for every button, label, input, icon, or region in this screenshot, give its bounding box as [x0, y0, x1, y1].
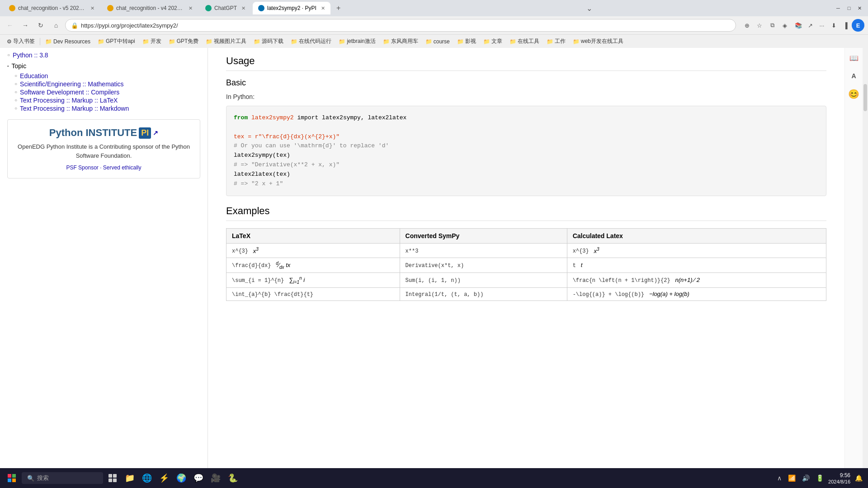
file-explorer-taskbar-icon[interactable]: 📁 — [122, 470, 137, 486]
dev-resources-folder-icon: 📁 — [45, 38, 52, 45]
network-icon[interactable]: 📶 — [786, 473, 797, 483]
profile-button[interactable]: E — [852, 19, 864, 32]
row2-calc-rendered: t — [581, 262, 583, 268]
tab-1-close[interactable]: ✕ — [90, 5, 94, 11]
back-button[interactable]: ← — [4, 19, 16, 32]
bookmark-jetbrains[interactable]: 📁 jetbrain激活 — [335, 37, 378, 46]
taskbar-search-bar[interactable]: 🔍 搜索 — [22, 472, 103, 484]
topic-math-link[interactable]: Scientific/Engineering :: Mathematics — [20, 80, 124, 88]
code-latex2sympy-call: latex2sympy(tex) — [234, 152, 290, 159]
bookmark-articles-label: 文章 — [491, 38, 502, 45]
edge-copilot-icon[interactable]: ◈ — [779, 20, 790, 31]
settings-more-icon[interactable]: ··· — [816, 20, 827, 31]
minimize-button[interactable]: ─ — [834, 4, 843, 13]
bookmark-separator-1 — [40, 38, 40, 45]
online-tools-folder-icon: 📁 — [509, 38, 516, 45]
task-view-button[interactable] — [105, 470, 120, 486]
bookmark-gpt-api[interactable]: 📁 GPT中转api — [94, 37, 138, 46]
col-latex-header: LaTeX — [226, 229, 400, 244]
bookmark-video-tools[interactable]: 📁 视频图片工具 — [203, 37, 250, 46]
tab-4-label: latex2sympy2 · PyPI — [267, 5, 316, 11]
close-button[interactable]: ✕ — [855, 4, 864, 13]
scrollbar-thumb[interactable] — [863, 84, 867, 111]
bookmarks-bar: ⚙ 导入书签 📁 Dev Resources 📁 GPT中转api 📁 开发 📁… — [0, 34, 868, 48]
tab-3-label: ChatGPT — [214, 5, 237, 11]
python-version-bullet: ○ — [7, 52, 10, 57]
topic-markdown-link[interactable]: Text Processing :: Markup :: Markdown — [20, 105, 129, 112]
tab-1[interactable]: chat_recognition - v5 2024-0... ✕ — [4, 2, 100, 14]
copilot-chat-icon[interactable]: 😊 — [848, 88, 860, 100]
row3-calc: \frac{n \left(n + 1\right)}{2} n(n+1) ⁄ … — [567, 272, 826, 287]
bookmark-online-code[interactable]: 📁 在线代码运行 — [288, 37, 335, 46]
articles-folder-icon: 📁 — [483, 38, 490, 45]
dongfeng-folder-icon: 📁 — [383, 38, 390, 45]
zoom-taskbar-icon[interactable]: 🎥 — [208, 470, 223, 486]
tab-overflow-button[interactable]: ⌄ — [585, 2, 594, 14]
row2-calc: t t — [567, 258, 826, 272]
teams-icon: 💬 — [193, 473, 203, 483]
forward-button[interactable]: → — [19, 19, 32, 32]
bookmark-dev[interactable]: 📁 开发 — [139, 37, 165, 46]
row2-latex: \frac{d}{dx} d⁄dx tx — [226, 258, 400, 272]
row2-latex-code: \frac{d}{dx} — [232, 263, 271, 269]
tab-2-close[interactable]: ✕ — [189, 5, 193, 11]
topic-compilers-link[interactable]: Software Development :: Compilers — [20, 89, 119, 96]
page-scrollbar[interactable] — [863, 48, 868, 468]
tab-3-close[interactable]: ✕ — [241, 5, 245, 11]
extensions-icon[interactable]: ⊕ — [741, 20, 752, 31]
sidebar-icon[interactable]: ▐ — [840, 20, 851, 31]
bookmark-articles[interactable]: 📁 文章 — [480, 37, 505, 46]
bookmark-online-tools-label: 在线工具 — [518, 38, 539, 45]
add-to-collections-icon[interactable]: 📚 — [793, 20, 804, 31]
bookmark-dongfeng[interactable]: 📁 东风商用车 — [380, 37, 421, 46]
psf-sponsor-link[interactable]: PSF Sponsor — [66, 164, 98, 171]
task-view-icon — [108, 474, 117, 483]
bookmark-gpt-free[interactable]: 📁 GPT免费 — [165, 37, 202, 46]
bookmark-import[interactable]: ⚙ 导入书签 — [4, 37, 38, 46]
tab-4-close[interactable]: ✕ — [321, 5, 325, 11]
tab-4[interactable]: latex2sympy2 · PyPI ✕ — [253, 2, 330, 14]
python-version-link[interactable]: Python :: 3.8 — [13, 52, 48, 59]
tray-up-arrow-icon[interactable]: ∧ — [775, 473, 783, 483]
maximize-button[interactable]: □ — [844, 4, 854, 13]
topic-latex-link[interactable]: Text Processing :: Markup :: LaTeX — [20, 97, 118, 104]
volume-icon[interactable]: 🔊 — [800, 473, 811, 483]
row2-sympy: Derivative(x*t, x) — [400, 258, 567, 272]
browser-taskbar-icon[interactable]: 🌍 — [174, 470, 189, 486]
edge-taskbar-icon[interactable]: 🌐 — [139, 470, 155, 486]
code-line-7: latex2latex(tex) — [234, 170, 819, 179]
teams-taskbar-icon[interactable]: 💬 — [191, 470, 206, 486]
bookmark-work[interactable]: 📁 工作 — [543, 37, 569, 46]
notifications-icon[interactable]: 🔔 — [853, 473, 864, 483]
tab-search-icon[interactable]: ⧉ — [767, 20, 778, 31]
bookmark-source-download[interactable]: 📁 源码下载 — [250, 37, 287, 46]
reload-button[interactable]: ↻ — [34, 19, 47, 32]
tab-1-label: chat_recognition - v5 2024-0... — [18, 5, 86, 11]
bookmark-video[interactable]: 📁 影视 — [454, 37, 479, 46]
start-button[interactable] — [4, 470, 20, 486]
tab-2[interactable]: chat_recognition - v4 2024-0... ✕ — [102, 2, 198, 14]
bookmark-dev-resources[interactable]: 📁 Dev Resources — [42, 38, 94, 46]
bookmark-star-icon[interactable]: ☆ — [754, 20, 765, 31]
battery-icon[interactable]: 🔋 — [814, 473, 826, 483]
bookmark-online-tools[interactable]: 📁 在线工具 — [506, 37, 542, 46]
reading-mode-icon[interactable]: 📖 — [848, 52, 860, 64]
topic-education-link[interactable]: Education — [20, 72, 48, 80]
code-line-8: # => "2 x + 1" — [234, 179, 819, 189]
address-bar[interactable]: 🔒 https://pypi.org/project/latex2sympy2/ — [65, 19, 736, 32]
translate-icon[interactable]: A — [848, 70, 860, 82]
vscode-taskbar-icon[interactable]: ⚡ — [156, 470, 172, 486]
share-icon[interactable]: ↗ — [805, 20, 816, 31]
new-tab-button[interactable]: + — [332, 2, 345, 14]
clock-date: 2024/8/16 — [828, 479, 850, 484]
vscode-icon: ⚡ — [159, 473, 169, 483]
home-button[interactable]: ⌂ — [50, 19, 62, 32]
download-icon[interactable]: ⬇ — [828, 20, 839, 31]
bookmark-gpt-free-label: GPT免费 — [177, 38, 199, 45]
app7-taskbar-icon[interactable]: 🐍 — [225, 470, 241, 486]
clock-area[interactable]: 9:56 2024/8/16 — [828, 472, 850, 485]
bookmark-course[interactable]: 📁 course — [422, 38, 453, 46]
bookmark-jetbrains-label: jetbrain激活 — [347, 38, 375, 45]
bookmark-web-tools[interactable]: 📁 web开发在线工具 — [570, 37, 627, 46]
tab-3[interactable]: ChatGPT ✕ — [200, 2, 251, 14]
